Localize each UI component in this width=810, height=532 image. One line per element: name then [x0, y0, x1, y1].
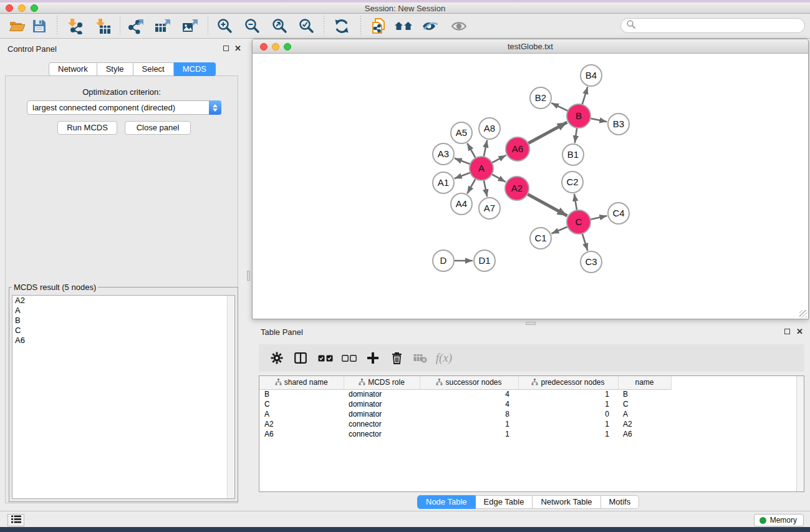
network-graph[interactable]: B4B2BB3A5A8A6B1A3AA1C2A2A4A7C4CC1C3DD1 [253, 54, 808, 319]
table-cell[interactable]: C [618, 399, 671, 409]
table-cell[interactable]: dominator [344, 399, 420, 409]
zoom-in-icon[interactable] [214, 15, 236, 37]
table-row[interactable]: Adominator80A [259, 409, 671, 419]
graph-node-C1[interactable]: C1 [530, 228, 551, 249]
export-table-icon[interactable] [152, 15, 174, 37]
table-cell[interactable]: 8 [420, 409, 518, 419]
graph-node-A[interactable]: A [470, 157, 493, 180]
hide-selected-icon[interactable] [419, 15, 441, 37]
search-input[interactable] [639, 19, 804, 32]
column-header[interactable]: predecessor nodes [518, 376, 618, 389]
first-neighbors-icon[interactable] [392, 15, 415, 37]
table-cell[interactable]: 1 [518, 419, 618, 429]
table-cell[interactable]: 4 [420, 399, 518, 409]
table-cell[interactable]: 1 [518, 399, 618, 409]
mcds-result-item[interactable]: A2 [12, 296, 234, 306]
network-canvas[interactable]: B4B2BB3A5A8A6B1A3AA1C2A2A4A7C4CC1C3DD1 [253, 54, 808, 319]
table-cell[interactable]: connector [344, 419, 420, 429]
table-scrollbar[interactable] [796, 376, 804, 491]
table-cell[interactable]: 1 [518, 389, 618, 399]
graph-node-A7[interactable]: A7 [479, 198, 500, 219]
clone-network-icon[interactable] [367, 15, 390, 37]
table-cell[interactable]: C [259, 399, 344, 409]
table-cell[interactable]: A [618, 409, 671, 419]
table-row[interactable]: A6connector11A6 [259, 429, 671, 439]
column-header[interactable]: MCDS role [344, 376, 420, 389]
graph-node-C3[interactable]: C3 [581, 251, 602, 273]
tab-style[interactable]: Style [97, 62, 133, 76]
criterion-dropdown[interactable]: largest connected component (directed) [27, 100, 221, 115]
zoom-fit-icon[interactable] [269, 15, 291, 37]
window-resize-grip[interactable] [799, 310, 807, 317]
open-file-icon[interactable] [6, 15, 29, 37]
graph-node-A2[interactable]: A2 [505, 177, 529, 200]
delete-table-icon[interactable] [408, 346, 432, 370]
table-panel-close-button[interactable]: ✕ [796, 328, 803, 335]
table-cell[interactable]: connector [344, 429, 420, 439]
mcds-result-item[interactable]: A6 [12, 336, 234, 346]
create-column-icon[interactable] [361, 346, 385, 370]
function-builder-icon[interactable]: f(x) [432, 346, 456, 370]
mcds-result-item[interactable]: C [12, 326, 234, 336]
show-all-icon[interactable] [448, 15, 470, 37]
tab-node-table[interactable]: Node Table [417, 495, 476, 509]
graph-node-D1[interactable]: D1 [474, 250, 495, 271]
graph-node-A3[interactable]: A3 [433, 143, 454, 165]
mcds-result-item[interactable]: A [12, 306, 234, 316]
mcds-result-list[interactable]: A2ABCA6 [12, 295, 235, 499]
deselect-all-columns-icon[interactable] [337, 346, 361, 370]
network-window-titlebar[interactable]: testGlobe.txt [253, 39, 808, 54]
tab-mcds[interactable]: MCDS [174, 62, 216, 76]
tab-motifs[interactable]: Motifs [601, 495, 640, 509]
mcds-result-item[interactable]: B [12, 316, 234, 326]
graph-node-A4[interactable]: A4 [451, 193, 472, 215]
table-cell[interactable]: dominator [344, 389, 420, 399]
graph-node-B[interactable]: B [567, 104, 591, 128]
delete-column-icon[interactable] [385, 346, 408, 370]
node-table[interactable]: shared nameMCDS rolesuccessor nodesprede… [259, 375, 804, 492]
control-panel-float-button[interactable] [223, 46, 229, 52]
search-field[interactable] [620, 18, 805, 33]
memory-button[interactable]: Memory [754, 514, 804, 526]
mcds-result-scrollbar[interactable] [227, 296, 234, 498]
export-image-icon[interactable] [179, 15, 201, 37]
task-history-button[interactable] [7, 514, 24, 526]
tab-select[interactable]: Select [133, 62, 174, 76]
save-session-icon[interactable] [28, 15, 51, 37]
graph-node-B3[interactable]: B3 [608, 114, 629, 135]
tab-network[interactable]: Network [49, 62, 97, 76]
graph-node-A1[interactable]: A1 [433, 172, 454, 193]
zoom-out-icon[interactable] [241, 15, 264, 37]
import-network-icon[interactable] [64, 15, 86, 37]
export-network-icon[interactable] [125, 15, 147, 37]
graph-node-D[interactable]: D [433, 250, 454, 271]
select-all-columns-icon[interactable] [314, 346, 337, 370]
table-cell[interactable]: 0 [518, 409, 618, 419]
table-cell[interactable]: 4 [420, 389, 518, 399]
graph-node-A5[interactable]: A5 [451, 122, 472, 143]
pane-divider-grip[interactable] [526, 322, 536, 325]
table-cell[interactable]: A2 [618, 419, 671, 429]
graph-node-B4[interactable]: B4 [581, 65, 602, 86]
table-settings-gear-icon[interactable] [265, 346, 289, 370]
table-cell[interactable]: 1 [518, 429, 618, 439]
table-cell[interactable]: A6 [618, 429, 671, 439]
column-header[interactable]: successor nodes [420, 376, 518, 389]
table-row[interactable]: Bdominator41B [259, 389, 671, 399]
table-cell[interactable]: B [618, 389, 671, 399]
tab-edge-table[interactable]: Edge Table [476, 495, 533, 509]
show-column-panel-icon[interactable] [289, 346, 312, 370]
table-cell[interactable]: dominator [344, 409, 420, 419]
import-table-icon[interactable] [92, 15, 114, 37]
graph-node-C4[interactable]: C4 [608, 203, 629, 224]
table-cell[interactable]: 1 [420, 429, 518, 439]
graph-node-B1[interactable]: B1 [562, 144, 584, 165]
graph-node-A8[interactable]: A8 [479, 118, 500, 139]
close-panel-button[interactable]: Close panel [125, 121, 191, 135]
column-header[interactable]: name [618, 376, 671, 389]
table-cell[interactable]: A2 [259, 419, 344, 429]
control-panel-close-button[interactable]: ✕ [234, 45, 241, 52]
refresh-icon[interactable] [330, 15, 353, 37]
zoom-selected-icon[interactable] [296, 15, 318, 37]
table-cell[interactable]: 1 [420, 419, 518, 429]
